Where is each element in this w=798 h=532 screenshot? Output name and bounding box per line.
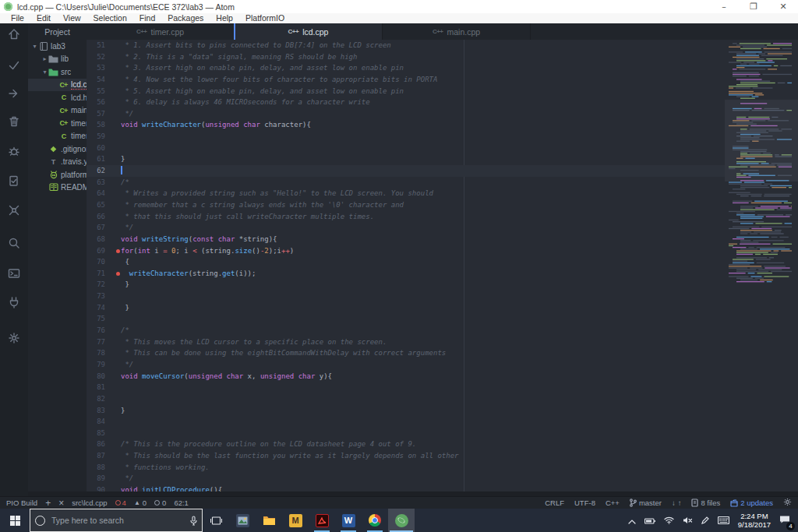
line-number[interactable]: 82 xyxy=(87,393,105,405)
line-number[interactable]: 57 xyxy=(87,108,105,120)
menu-view[interactable]: View xyxy=(57,13,87,23)
minimap-visible-region[interactable] xyxy=(725,100,798,181)
tree-item-.gitignore[interactable]: .gitignore xyxy=(28,143,87,156)
line-number[interactable]: 83 xyxy=(87,405,105,417)
line-number[interactable]: 73 xyxy=(87,291,105,302)
tree-item-platformio.ini[interactable]: platformio.ini xyxy=(28,168,87,181)
serial-monitor-plug-button[interactable] xyxy=(0,292,28,312)
test-clipboard-button[interactable] xyxy=(0,171,28,191)
code-line-65[interactable]: 65 * remember that a c string always end… xyxy=(87,199,725,211)
tree-item-lcd.cpp[interactable]: C+lcd.cpp xyxy=(28,79,87,92)
code-line-57[interactable]: 57 */ xyxy=(87,108,725,120)
tab-lcd.cpp[interactable]: C++lcd.cpp xyxy=(235,23,383,40)
terminal-button[interactable] xyxy=(0,263,28,284)
file-explorer-icon[interactable] xyxy=(256,509,282,532)
code-line-82[interactable]: 82 xyxy=(87,393,725,405)
line-number[interactable]: 78 xyxy=(87,347,105,359)
package-updates[interactable]: 2 updates xyxy=(730,499,773,507)
code-line-86[interactable]: 86/* This is the procedure outline on th… xyxy=(87,439,725,450)
m-app-icon[interactable]: M xyxy=(282,509,309,532)
pio-build-panel-tab[interactable]: PIO Build xyxy=(6,499,37,507)
git-branch[interactable]: master xyxy=(630,499,662,507)
tree-item-main.cpp[interactable]: C+main.cpp xyxy=(28,104,87,118)
settings-gear-button[interactable] xyxy=(0,328,28,348)
menu-find[interactable]: Find xyxy=(133,13,161,23)
tab-main.cpp[interactable]: C++main.cpp xyxy=(383,23,531,40)
expander-icon[interactable]: ▾ xyxy=(31,43,38,50)
menu-packages[interactable]: Packages xyxy=(161,13,210,23)
debug-bug-button[interactable] xyxy=(0,141,28,161)
tree-item-timer.cpp[interactable]: C+timer.cpp xyxy=(28,117,87,130)
panel-close-icon[interactable]: × xyxy=(58,498,64,509)
code-line-55[interactable]: 55 * 5. Assert high on enable pin, delay… xyxy=(87,86,725,97)
code-line-78[interactable]: 78 * This can be done using the eightBit… xyxy=(87,347,725,359)
code-line-80[interactable]: 80void moveCursor(unsigned char x, unsig… xyxy=(87,371,725,382)
code-lines[interactable]: 51 * 1. Assert bits to pins connected to… xyxy=(87,40,725,496)
line-number[interactable]: 81 xyxy=(87,382,105,393)
line-number[interactable]: 88 xyxy=(87,462,105,474)
volume-muted-icon[interactable] xyxy=(683,513,693,527)
code-line-70[interactable]: 70 { xyxy=(87,256,725,268)
line-number[interactable]: 58 xyxy=(87,119,105,131)
start-button[interactable] xyxy=(0,509,30,532)
taskbar-search[interactable] xyxy=(30,509,203,532)
taskbar-clock[interactable]: 2:24 PM 9/18/2017 xyxy=(738,512,771,529)
code-line-81[interactable]: 81 xyxy=(87,382,725,393)
minimize-button[interactable]: – xyxy=(709,0,739,13)
code-line-89[interactable]: 89 */ xyxy=(87,473,725,484)
line-number[interactable]: 80 xyxy=(87,371,105,382)
line-number[interactable]: 70 xyxy=(87,256,105,268)
chrome-icon[interactable] xyxy=(362,509,388,532)
code-line-77[interactable]: 77 * This moves the LCD cursor to a spec… xyxy=(87,336,725,348)
task-view-button[interactable] xyxy=(203,509,229,532)
search-input[interactable] xyxy=(50,515,185,526)
line-number[interactable]: 72 xyxy=(87,279,105,291)
line-number[interactable]: 79 xyxy=(87,359,105,371)
line-number[interactable]: 71 xyxy=(87,268,105,280)
line-ending-selector[interactable]: CRLF xyxy=(545,499,564,507)
pen-icon[interactable] xyxy=(701,513,709,527)
line-number[interactable]: 85 xyxy=(87,428,105,439)
encoding-selector[interactable]: UTF-8 xyxy=(574,499,595,507)
line-number[interactable]: 65 xyxy=(87,199,105,211)
menu-platformio[interactable]: PlatformIO xyxy=(239,13,291,23)
code-line-88[interactable]: 88 * functions working. xyxy=(87,462,725,474)
tree-item-lib[interactable]: ▸lib xyxy=(28,53,87,66)
code-line-61[interactable]: 61} xyxy=(87,153,725,165)
line-number[interactable]: 66 xyxy=(87,211,105,223)
code-line-68[interactable]: 68void writeString(const char *string){ xyxy=(87,234,725,245)
line-number[interactable]: 74 xyxy=(87,302,105,314)
build-check-button[interactable] xyxy=(0,55,28,76)
line-number[interactable]: 87 xyxy=(87,450,105,462)
expander-icon[interactable]: ▸ xyxy=(41,55,48,62)
git-changed-files[interactable]: 8 files xyxy=(691,499,720,507)
line-number[interactable]: 56 xyxy=(87,97,105,108)
code-line-54[interactable]: 54 * 4. Now set the lower four bits of c… xyxy=(87,74,725,86)
code-line-73[interactable]: 73 xyxy=(87,291,725,302)
line-number[interactable]: 64 xyxy=(87,188,105,199)
line-number[interactable]: 69 xyxy=(87,245,105,257)
tree-item-src[interactable]: ▾src xyxy=(28,65,87,79)
atom-taskbar-icon[interactable] xyxy=(388,509,415,532)
code-line-69[interactable]: 69for(int i = 0; i < (string.size()-2);i… xyxy=(87,245,725,257)
status-gear-icon[interactable] xyxy=(783,498,792,508)
code-line-84[interactable]: 84 xyxy=(87,416,725,428)
menu-help[interactable]: Help xyxy=(210,13,239,23)
linter-error-dot-icon[interactable] xyxy=(116,249,120,253)
find-button[interactable] xyxy=(0,233,28,253)
close-button[interactable]: ✕ xyxy=(768,0,798,13)
battery-icon[interactable] xyxy=(644,513,655,527)
code-line-79[interactable]: 79 */ xyxy=(87,359,725,371)
photos-app-icon[interactable] xyxy=(229,509,256,532)
line-number[interactable]: 67 xyxy=(87,222,105,234)
touch-keyboard-icon[interactable] xyxy=(718,513,729,527)
code-line-62[interactable]: 62 xyxy=(87,165,725,177)
code-line-59[interactable]: 59 xyxy=(87,131,725,143)
git-push-icon[interactable]: ↑ xyxy=(678,499,682,507)
acrobat-icon[interactable] xyxy=(309,509,335,532)
code-line-72[interactable]: 72 } xyxy=(87,279,725,291)
home-button[interactable] xyxy=(0,24,28,44)
info-count[interactable]: 0 xyxy=(154,499,166,507)
linter-error-dot-icon[interactable] xyxy=(116,272,120,276)
warning-count[interactable]: ▲ 0 xyxy=(134,499,147,507)
